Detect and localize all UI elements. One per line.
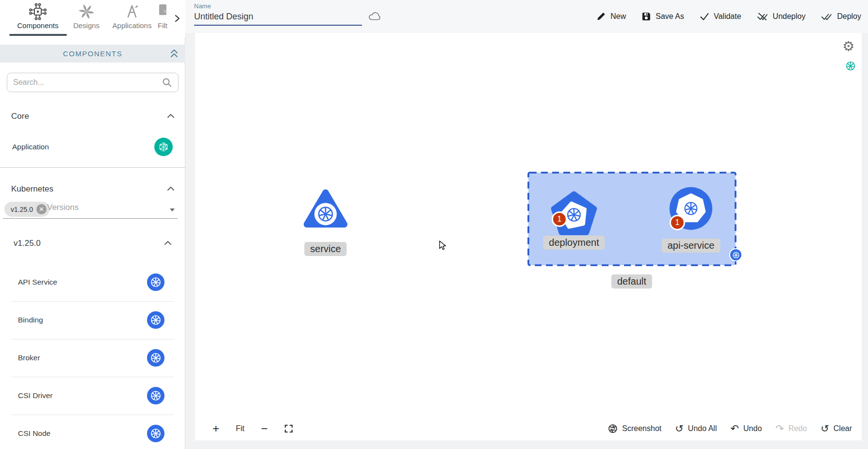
design-canvas[interactable]: ⚙ service bbox=[195, 33, 862, 440]
section-kubernetes[interactable]: Kubernetes bbox=[0, 183, 185, 197]
section-kubernetes-title: Kubernetes bbox=[11, 184, 53, 194]
versions-filter: v1.25.0 ✕ bbox=[0, 201, 185, 219]
undeploy-icon bbox=[757, 12, 769, 21]
tab-scroll-right-icon[interactable] bbox=[175, 15, 180, 22]
design-actions: New Save As bbox=[596, 0, 861, 33]
chip-remove-icon[interactable]: ✕ bbox=[36, 204, 47, 214]
versions-underline bbox=[3, 218, 178, 219]
node-service-label: service bbox=[304, 242, 346, 256]
component-item-csi-driver[interactable]: CSI Driver bbox=[0, 377, 185, 415]
designs-icon bbox=[61, 3, 112, 20]
redo-button[interactable]: ↷ Redo bbox=[775, 424, 807, 434]
tab-filters-label: Filt bbox=[146, 21, 180, 30]
deploy-button-label: Deploy bbox=[837, 12, 861, 21]
chevron-up-icon[interactable] bbox=[167, 186, 175, 191]
item-label: Binding bbox=[18, 316, 43, 324]
canvas-settings-gear-icon[interactable]: ⚙ bbox=[842, 40, 854, 53]
fit-button[interactable]: Fit bbox=[236, 424, 245, 433]
search-input[interactable] bbox=[13, 78, 162, 87]
meshery-application-icon bbox=[154, 138, 173, 156]
item-label: API Service bbox=[18, 278, 57, 287]
kubernetes-context-icon[interactable] bbox=[845, 61, 856, 71]
redo-label: Redo bbox=[788, 424, 807, 433]
node-deployment-badge: 1 bbox=[552, 211, 567, 227]
zoom-out-button[interactable]: − bbox=[261, 422, 268, 435]
screenshot-label: Screenshot bbox=[622, 424, 661, 433]
validate-button[interactable]: Validate bbox=[700, 12, 741, 21]
name-field-label: Name bbox=[194, 2, 362, 10]
screenshot-button[interactable]: Screenshot bbox=[608, 424, 661, 433]
component-item-binding[interactable]: Binding bbox=[0, 301, 185, 339]
undo-all-button[interactable]: ↺ Undo All bbox=[675, 424, 717, 434]
new-button[interactable]: New bbox=[596, 12, 626, 21]
component-item-api-service[interactable]: API Service bbox=[0, 263, 185, 301]
undeploy-button-label: Undeploy bbox=[773, 12, 806, 21]
kubernetes-icon bbox=[147, 311, 164, 329]
cloud-sync-icon bbox=[368, 12, 381, 21]
component-search bbox=[7, 73, 179, 92]
redo-icon: ↷ bbox=[775, 424, 784, 434]
section-v1250[interactable]: v1.25.0 bbox=[0, 238, 185, 251]
design-topbar: Name New bbox=[185, 0, 868, 33]
new-button-label: New bbox=[610, 12, 626, 21]
kubernetes-icon bbox=[147, 425, 164, 442]
search-icon[interactable] bbox=[162, 77, 172, 88]
version-chip[interactable]: v1.25.0 ✕ bbox=[4, 202, 49, 217]
chevron-up-icon[interactable] bbox=[164, 241, 172, 245]
section-core-title: Core bbox=[11, 112, 29, 121]
clear-label: Clear bbox=[834, 424, 852, 433]
save-icon bbox=[641, 12, 651, 21]
versions-input[interactable] bbox=[47, 203, 144, 212]
node-api-service-badge: 1 bbox=[670, 215, 685, 230]
components-panel-title: COMPONENTS bbox=[63, 49, 123, 58]
item-label: CSI Driver bbox=[18, 391, 52, 400]
undeploy-button[interactable]: Undeploy bbox=[757, 12, 806, 21]
deploy-button[interactable]: Deploy bbox=[821, 12, 861, 21]
validate-button-label: Validate bbox=[714, 12, 741, 21]
group-kubernetes-badge-icon[interactable] bbox=[729, 248, 742, 261]
clear-button[interactable]: ↺ Clear bbox=[820, 424, 852, 434]
history-controls: Screenshot ↺ Undo All ↶ Undo ↷ Redo bbox=[608, 419, 852, 438]
undo-button[interactable]: ↶ Undo bbox=[730, 424, 762, 434]
kubernetes-icon bbox=[147, 349, 164, 367]
undo-label: Undo bbox=[743, 424, 762, 433]
deploy-icon bbox=[821, 12, 833, 21]
section-v1250-title: v1.25.0 bbox=[14, 239, 41, 248]
meshery-designer-app: Components Designs bbox=[0, 0, 868, 449]
main-area: Name New bbox=[185, 0, 868, 449]
check-icon bbox=[700, 12, 709, 21]
node-service[interactable] bbox=[302, 187, 349, 230]
component-item-broker[interactable]: Broker bbox=[0, 339, 185, 377]
mouse-cursor bbox=[439, 241, 447, 251]
save-as-button-label: Save As bbox=[655, 12, 684, 21]
zoom-controls: + Fit − bbox=[213, 419, 293, 438]
item-label: Broker bbox=[18, 353, 40, 362]
sidebar-tabbar: Components Designs bbox=[0, 0, 185, 37]
section-core[interactable]: Core bbox=[0, 111, 185, 124]
versions-dropdown-caret-icon[interactable] bbox=[170, 208, 175, 211]
chevron-up-icon[interactable] bbox=[167, 113, 175, 118]
node-deployment-label: deployment bbox=[543, 236, 605, 250]
undo-icon: ↶ bbox=[730, 424, 739, 434]
undo-all-icon: ↺ bbox=[675, 424, 684, 434]
design-name-field: Name bbox=[194, 2, 362, 26]
node-api-service-label: api-service bbox=[662, 239, 721, 253]
tab-designs-label: Designs bbox=[61, 21, 112, 30]
save-as-button[interactable]: Save As bbox=[641, 12, 684, 21]
collapse-all-icon[interactable] bbox=[170, 48, 179, 59]
version-chip-label: v1.25.0 bbox=[11, 206, 33, 213]
tab-components-label: Components bbox=[13, 21, 63, 30]
tab-components[interactable]: Components bbox=[13, 3, 63, 30]
fullscreen-button[interactable] bbox=[284, 424, 293, 433]
component-item-application[interactable]: Application bbox=[0, 137, 185, 157]
tab-designs[interactable]: Designs bbox=[61, 3, 112, 30]
kubernetes-icon bbox=[147, 387, 164, 404]
sidebar: Components Designs bbox=[0, 0, 185, 449]
kubernetes-icon bbox=[147, 273, 164, 291]
shutter-icon bbox=[608, 424, 618, 433]
zoom-in-button[interactable]: + bbox=[213, 422, 219, 435]
application-item-label: Application bbox=[12, 143, 49, 151]
components-icon bbox=[13, 3, 63, 20]
design-name-input[interactable] bbox=[194, 10, 362, 26]
component-item-csi-node[interactable]: CSI Node bbox=[0, 415, 185, 449]
